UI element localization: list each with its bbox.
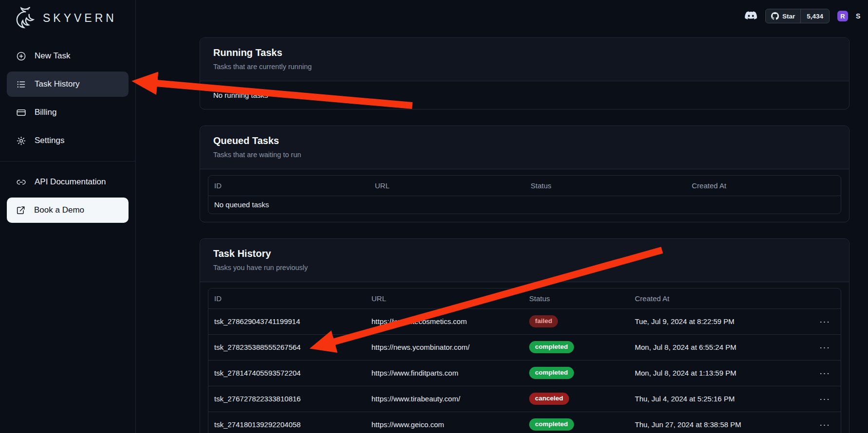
card-subtitle: Tasks you have run previously [213,264,836,271]
github-icon [771,12,779,20]
card-title: Running Tasks [213,47,836,58]
status-badge: completed [529,418,574,431]
column-header-actions [808,289,841,308]
github-star-label: Star [782,13,795,20]
task-status-cell: failed [523,308,629,334]
task-created-cell: Thu, Jul 4, 2024 at 5:25:16 PM [629,386,808,412]
main-area: Star 5,434 R S Running Tasks Tasks that … [136,0,868,433]
sidebar-nav: New Task Task History Billing Settings [0,43,135,223]
task-url-cell: https://news.ycombinator.com/ [366,334,523,360]
task-row[interactable]: tsk_276727822333810816 https://www.tirab… [208,386,841,412]
sidebar-divider [0,161,135,162]
logo-text: SKYVERN [43,12,117,25]
task-row[interactable]: tsk_274180139292204058 https://www.geico… [208,412,841,433]
empty-message: No running tasks [213,91,836,99]
task-url-cell: https://www.tirabeauty.com/ [366,386,523,412]
running-tasks-body: No running tasks [200,81,849,109]
credit-card-icon [16,108,26,118]
task-status-cell: completed [523,360,629,386]
row-actions-button[interactable]: ··· [815,366,834,380]
card-subtitle: Tasks that are waiting to run [213,151,836,159]
content: Running Tasks Tasks that are currently r… [136,0,850,433]
task-id-cell: tsk_278235388555267564 [208,334,366,360]
task-history-tbody: tsk_278629043741199914 https://www.iteco… [208,308,841,433]
task-actions-cell: ··· [808,360,841,386]
task-id-cell: tsk_274180139292204058 [208,412,366,433]
nav-label: Billing [35,108,56,117]
row-actions-button[interactable]: ··· [815,417,834,432]
card-subtitle: Tasks that are currently running [213,63,836,71]
link-icon [16,177,26,187]
task-status-cell: completed [523,334,629,360]
sidebar-item-task-history[interactable]: Task History [7,72,129,97]
task-id-cell: tsk_278147405593572204 [208,360,366,386]
column-header-id: ID [208,176,369,196]
sidebar-item-settings[interactable]: Settings [7,128,129,153]
running-tasks-header: Running Tasks Tasks that are currently r… [200,38,849,81]
logo[interactable]: SKYVERN [0,0,135,32]
task-history-header: Task History Tasks you have run previous… [200,239,849,282]
column-header-status: Status [525,176,686,196]
column-header-url: URL [369,176,525,196]
task-row[interactable]: tsk_278235388555267564 https://news.ycom… [208,334,841,360]
column-header-status: Status [523,289,629,308]
task-url-cell: https://www.finditparts.com [366,360,523,386]
task-url-cell: https://www.itecosmetics.com [366,308,523,334]
row-actions-button[interactable]: ··· [815,314,834,329]
username-partial: S [856,12,861,20]
list-icon [16,79,26,90]
sidebar-item-billing[interactable]: Billing [7,100,129,125]
column-header-url: URL [366,289,523,308]
nav-label: Task History [35,79,80,89]
task-status-cell: completed [523,412,629,433]
nav-label: New Task [35,51,70,61]
sidebar-item-new-task[interactable]: New Task [7,43,129,69]
card-title: Task History [213,248,836,259]
card-title: Queued Tasks [213,135,836,146]
github-star-button[interactable]: Star 5,434 [765,9,830,23]
task-actions-cell: ··· [808,308,841,334]
skyvern-logo-icon [12,4,37,32]
task-id-cell: tsk_278629043741199914 [208,308,366,334]
task-history-card: Task History Tasks you have run previous… [200,238,850,433]
column-header-created-at: Created At [629,289,808,308]
status-badge: completed [529,367,574,379]
empty-message: No queued tasks [208,196,841,214]
queued-tasks-body: ID URL Status Created At No queued tasks [200,169,849,222]
task-history-body: ID URL Status Created At tsk_27862904374… [200,282,849,433]
task-created-cell: Thu, Jun 27, 2024 at 8:38:58 PM [629,412,808,433]
running-tasks-card: Running Tasks Tasks that are currently r… [200,37,850,109]
task-actions-cell: ··· [808,412,841,433]
queued-tasks-table: ID URL Status Created At No queued tasks [208,176,841,214]
plus-circle-icon [16,51,26,61]
sidebar-item-book-a-demo[interactable]: Book a Demo [7,198,129,223]
task-url-cell: https://www.geico.com [366,412,523,433]
avatar[interactable]: R [837,11,848,21]
nav-label: API Documentation [35,177,106,187]
task-row[interactable]: tsk_278629043741199914 https://www.iteco… [208,308,841,334]
sidebar-item-api-documentation[interactable]: API Documentation [7,169,129,195]
github-star-count: 5,434 [800,9,829,23]
row-actions-button[interactable]: ··· [815,340,834,355]
status-badge: failed [529,315,558,327]
column-header-id: ID [208,289,366,308]
discord-icon[interactable] [744,11,757,21]
task-created-cell: Mon, Jul 8, 2024 at 1:13:59 PM [629,360,808,386]
external-link-icon [16,205,26,215]
nav-label: Book a Demo [34,205,84,215]
column-header-created-at: Created At [686,176,841,196]
task-row[interactable]: tsk_278147405593572204 https://www.findi… [208,360,841,386]
nav-label: Settings [35,136,64,145]
task-history-table: ID URL Status Created At tsk_27862904374… [208,289,841,433]
row-actions-button[interactable]: ··· [815,392,834,406]
queued-tasks-header: Queued Tasks Tasks that are waiting to r… [200,126,849,169]
task-id-cell: tsk_276727822333810816 [208,386,366,412]
task-status-cell: canceled [523,386,629,412]
status-badge: completed [529,341,574,353]
task-actions-cell: ··· [808,386,841,412]
task-actions-cell: ··· [808,334,841,360]
status-badge: canceled [529,393,569,405]
task-created-cell: Tue, Jul 9, 2024 at 8:22:59 PM [629,308,808,334]
topbar: Star 5,434 R S [744,9,861,23]
task-created-cell: Mon, Jul 8, 2024 at 6:55:24 PM [629,334,808,360]
